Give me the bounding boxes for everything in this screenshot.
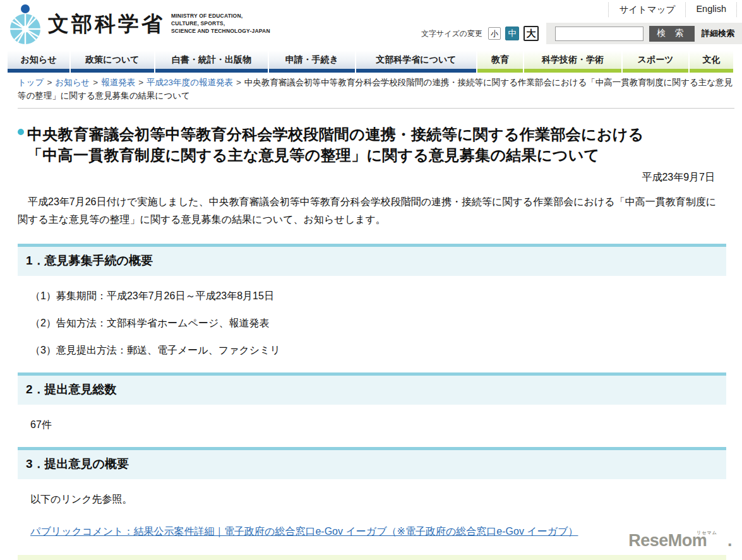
breadcrumb-separator: > — [138, 78, 143, 87]
site-logo[interactable]: 文部科学省 MINISTRY OF EDUCATION, CULTURE, SP… — [8, 3, 270, 45]
font-size-label: 文字サイズの変更 — [421, 28, 482, 39]
breadcrumb-separator: > — [93, 78, 98, 87]
nav-item-about-mext[interactable]: 文部科学省について — [356, 51, 476, 73]
font-size-large-button[interactable]: 大 — [524, 26, 539, 41]
breadcrumb-separator: > — [236, 78, 241, 87]
contact-box: お問い合わせ先 — [18, 555, 726, 560]
font-size-medium-button[interactable]: 中 — [505, 27, 519, 40]
site-header: 文部科学省 MINISTRY OF EDUCATION, CULTURE, SP… — [0, 0, 742, 51]
section-3-body: 以下のリンク先参照。 — [18, 493, 726, 506]
section-2-item: 67件 — [30, 419, 726, 432]
english-link[interactable]: English — [685, 3, 737, 17]
breadcrumb-link-press[interactable]: 報道発表 — [101, 78, 135, 87]
section-1-heading: 1．意見募集手続の概要 — [18, 244, 726, 276]
section-1-item: （3）意見提出方法：郵送、電子メール、ファクシミリ — [30, 344, 726, 357]
nav-item-sports[interactable]: スポーツ — [623, 51, 688, 73]
section-1-item: （1）募集期間：平成23年7月26日～平成23年8月15日 — [30, 290, 726, 303]
breadcrumb: トップ>お知らせ>報道発表>平成23年度の報道発表>中央教育審議会初等中等教育分… — [18, 76, 734, 109]
main-content: 中央教育審議会初等中等教育分科会学校段階間の連携・接続等に関する作業部会における… — [0, 124, 742, 560]
resemom-watermark-small: リセマム — [697, 530, 717, 535]
nav-item-whitepaper[interactable]: 白書・統計・出版物 — [155, 51, 268, 73]
section-1-body: （1）募集期間：平成23年7月26日～平成23年8月15日 （2）告知方法：文部… — [18, 290, 726, 357]
search-button[interactable]: 検 索 — [649, 26, 695, 42]
intro-paragraph: 平成23年7月26日付けで実施しました、中央教育審議会初等中等教育分科会学校段階… — [18, 193, 726, 229]
resemom-watermark: ReseMomリセマム. — [628, 531, 732, 551]
mext-logo-icon — [8, 3, 43, 45]
nav-item-news[interactable]: お知らせ — [8, 51, 69, 73]
section-1-item: （2）告知方法：文部科学省ホームページ、報道発表 — [30, 317, 726, 330]
global-nav: お知らせ 政策について 白書・統計・出版物 申請・手続き 文部科学省について 教… — [0, 51, 742, 73]
site-title: 文部科学省 — [48, 10, 165, 39]
advanced-search-link[interactable]: 詳細検索 — [702, 28, 734, 39]
page-title: 中央教育審議会初等中等教育分科会学校段階間の連携・接続等に関する作業部会における… — [27, 124, 655, 166]
search-strip: 検 索 詳細検索 — [546, 23, 742, 44]
search-input[interactable] — [555, 27, 643, 41]
section-2-body: 67件 — [18, 419, 726, 432]
nav-item-culture[interactable]: 文化 — [690, 51, 733, 73]
sitemap-link[interactable]: サイトマップ — [608, 3, 685, 17]
section-3-item: 以下のリンク先参照。 — [30, 493, 726, 506]
title-bullet-icon — [18, 129, 24, 135]
section-3-heading: 3．提出意見の概要 — [18, 447, 726, 479]
publish-date: 平成23年9月7日 — [18, 171, 726, 184]
font-size-small-button[interactable]: 小 — [488, 27, 501, 40]
nav-item-application[interactable]: 申請・手続き — [269, 51, 355, 73]
nav-item-science[interactable]: 科学技術・学術 — [524, 51, 621, 73]
nav-item-policy[interactable]: 政策について — [71, 51, 154, 73]
breadcrumb-link-news[interactable]: お知らせ — [55, 78, 90, 87]
breadcrumb-link-top[interactable]: トップ — [18, 78, 44, 87]
header-utility-row: 文字サイズの変更 小 中 大 検 索 詳細検索 — [421, 23, 742, 44]
site-subtitle: MINISTRY OF EDUCATION, CULTURE, SPORTS, … — [171, 13, 270, 35]
header-top-links: サイトマップ English — [608, 3, 737, 17]
section-2-heading: 2．提出意見総数 — [18, 372, 726, 405]
breadcrumb-separator: > — [47, 78, 52, 87]
egov-public-comment-link[interactable]: パブリックコメント：結果公示案件詳細｜電子政府の総合窓口e-Gov イーガブ（※… — [30, 526, 578, 537]
breadcrumb-link-h23[interactable]: 平成23年度の報道発表 — [147, 78, 233, 87]
nav-item-education[interactable]: 教育 — [477, 51, 523, 73]
